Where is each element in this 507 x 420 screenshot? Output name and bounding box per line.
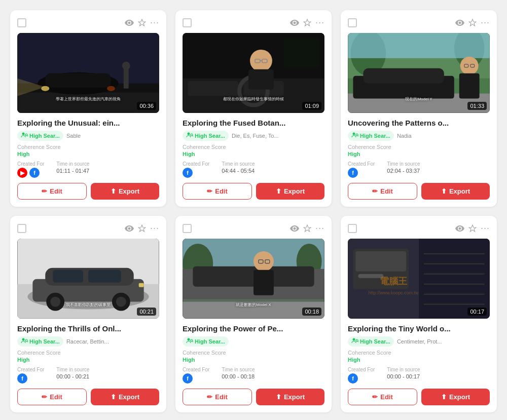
duration-badge: 00:17 xyxy=(467,308,487,316)
card-checkbox[interactable] xyxy=(183,18,192,27)
edit-button[interactable]: ✏ Edit xyxy=(348,183,417,200)
card-title: Exploring the Thrills of Onl... xyxy=(17,324,159,334)
search-person-icon xyxy=(21,337,28,346)
export-icon: ⬆ xyxy=(441,187,447,195)
star-icon[interactable] xyxy=(468,19,477,27)
eye-icon[interactable] xyxy=(125,20,134,26)
card-title: Exploring the Power of Pe... xyxy=(183,324,324,334)
edit-label: Edit xyxy=(215,187,228,195)
action-buttons: ✏ Edit ⬆ Export xyxy=(348,183,490,200)
svg-rect-38 xyxy=(459,73,480,99)
more-icon[interactable]: ··· xyxy=(315,17,324,28)
edit-icon: ✏ xyxy=(42,187,47,195)
edit-button[interactable]: ✏ Edit xyxy=(183,183,252,200)
export-button[interactable]: ⬆ Export xyxy=(421,183,490,200)
coherence-value: High xyxy=(183,357,324,363)
star-icon[interactable] xyxy=(468,224,477,233)
meta-row: Created For f Time in source 04:44 - 05:… xyxy=(183,161,324,178)
created-for-label: Created For xyxy=(348,161,375,167)
star-icon[interactable] xyxy=(303,19,311,27)
edit-button[interactable]: ✏ Edit xyxy=(183,389,252,405)
created-for-label: Created For xyxy=(348,367,375,372)
export-label: Export xyxy=(284,393,305,401)
platforms: f xyxy=(17,373,44,384)
svg-point-11 xyxy=(25,134,27,136)
card-checkbox[interactable] xyxy=(348,224,357,233)
svg-rect-75 xyxy=(419,239,490,319)
edit-icon: ✏ xyxy=(372,393,378,401)
high-search-tag: High Sear... xyxy=(183,131,229,141)
svg-line-28 xyxy=(193,136,194,137)
star-icon[interactable] xyxy=(138,19,146,27)
edit-button[interactable]: ✏ Edit xyxy=(17,183,87,200)
edit-icon: ✏ xyxy=(207,187,212,195)
high-search-tag: High Sear... xyxy=(183,336,229,347)
facebook-icon: f xyxy=(348,168,358,178)
export-icon: ⬆ xyxy=(276,393,281,401)
card-checkbox[interactable] xyxy=(17,224,26,233)
svg-point-65 xyxy=(254,251,274,272)
platforms: f xyxy=(183,168,209,178)
edit-button[interactable]: ✏ Edit xyxy=(348,389,417,405)
time-col: Time in source 00:00 - 00:17 xyxy=(387,367,420,384)
eye-icon[interactable] xyxy=(125,225,134,232)
subtitle-overlay: 就是數數的Model X xyxy=(236,302,271,308)
video-thumbnail: 電腦王 http://www.koopc.com.tw 00:17 xyxy=(348,239,490,319)
more-icon[interactable]: ··· xyxy=(481,17,490,28)
card-checkbox[interactable] xyxy=(348,18,357,27)
card-header: ··· xyxy=(348,17,490,28)
platforms: ▶f xyxy=(17,168,44,178)
star-icon[interactable] xyxy=(303,224,311,233)
time-range: 00:00 - 00:18 xyxy=(222,373,255,379)
time-col: Time in source 01:11 - 01:47 xyxy=(56,161,89,178)
export-label: Export xyxy=(119,393,139,401)
export-button[interactable]: ⬆ Export xyxy=(421,389,490,405)
created-for-label: Created For xyxy=(17,161,44,167)
svg-rect-33 xyxy=(348,33,489,58)
more-icon[interactable]: ··· xyxy=(150,223,159,234)
search-person-icon xyxy=(351,337,358,346)
svg-rect-66 xyxy=(254,270,274,295)
video-thumbnail: 都現在你如果臨時發生事情的時候 01:09 xyxy=(183,33,324,113)
eye-icon[interactable] xyxy=(455,225,464,232)
edit-button[interactable]: ✏ Edit xyxy=(17,389,87,405)
svg-point-27 xyxy=(191,134,193,136)
video-thumbnail: 學著上世界那些最先進的汽車的視角 00:36 xyxy=(17,33,159,113)
card-checkbox[interactable] xyxy=(17,18,26,27)
card-checkbox[interactable] xyxy=(183,224,192,233)
export-button[interactable]: ⬆ Export xyxy=(91,183,159,200)
video-thumbnail: 現在的Model Y 01:33 xyxy=(348,33,490,113)
created-for-col: Created For f xyxy=(348,161,375,178)
platforms: f xyxy=(348,168,375,178)
star-icon[interactable] xyxy=(138,224,146,233)
svg-rect-7 xyxy=(124,68,129,89)
export-icon: ⬆ xyxy=(441,393,447,401)
created-for-label: Created For xyxy=(183,161,209,167)
coherence-label: Coherence Score xyxy=(183,350,324,356)
more-icon[interactable]: ··· xyxy=(150,17,159,28)
time-label: Time in source xyxy=(387,367,420,372)
search-person-icon xyxy=(186,132,193,140)
more-icon[interactable]: ··· xyxy=(481,223,490,234)
svg-point-8 xyxy=(122,62,130,70)
action-buttons: ✏ Edit ⬆ Export xyxy=(183,389,324,405)
export-button[interactable]: ⬆ Export xyxy=(91,389,159,405)
eye-icon[interactable] xyxy=(290,20,299,26)
eye-icon[interactable] xyxy=(455,20,464,26)
tag-names: Racecar, Bettin... xyxy=(66,338,109,345)
svg-point-52 xyxy=(50,297,60,307)
svg-rect-4 xyxy=(45,73,111,88)
edit-icon: ✏ xyxy=(207,393,212,401)
export-icon: ⬆ xyxy=(276,187,281,195)
tag-names: Sable xyxy=(66,133,81,139)
more-icon[interactable]: ··· xyxy=(315,223,324,234)
video-thumbnail: 我不喜歡你趴點的碳事里 00:21 xyxy=(17,239,159,319)
export-button[interactable]: ⬆ Export xyxy=(256,183,324,200)
export-label: Export xyxy=(449,187,470,195)
edit-label: Edit xyxy=(380,187,393,195)
export-label: Export xyxy=(449,393,470,401)
card-1: ··· 學著上世界那些最先進的汽車的視角 00:36 Exploring the… xyxy=(10,10,166,207)
eye-icon[interactable] xyxy=(290,225,299,232)
meta-row: Created For f Time in source 02:04 - 03:… xyxy=(348,161,490,178)
export-button[interactable]: ⬆ Export xyxy=(256,389,324,405)
